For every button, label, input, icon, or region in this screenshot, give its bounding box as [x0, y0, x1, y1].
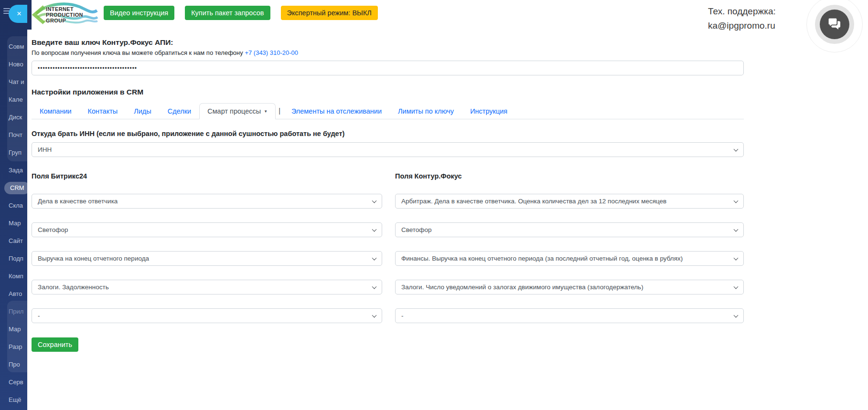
- kontur-fields-header: Поля Контур.Фокус: [395, 172, 744, 180]
- save-button[interactable]: Сохранить: [32, 337, 78, 352]
- sidebar-item[interactable]: Про: [0, 356, 27, 373]
- kontur-field-select-wrap: Светофор: [395, 222, 744, 237]
- api-key-input[interactable]: [32, 61, 744, 75]
- chat-widget-button[interactable]: [806, 0, 863, 53]
- sidebar-item[interactable]: Авто: [0, 285, 27, 303]
- tab-deals[interactable]: Сделки: [160, 103, 199, 119]
- sidebar-item[interactable]: Комп: [0, 267, 27, 285]
- bitrix-field-select-wrap: Светофор: [32, 222, 382, 237]
- kontur-field-select[interactable]: -: [395, 308, 744, 323]
- bitrix-field-select-wrap: -: [32, 308, 382, 323]
- crm-settings-title: Настройки приложения в CRM: [32, 88, 744, 96]
- sidebar-item[interactable]: Кале: [0, 91, 27, 108]
- inn-source-select[interactable]: ИНН: [32, 142, 744, 157]
- sidebar-item[interactable]: Совм: [0, 38, 27, 55]
- bitrix-field-select[interactable]: Дела в качестве ответчика: [32, 194, 382, 209]
- tab-smart-processes[interactable]: Смарт процессы▼: [199, 103, 276, 119]
- kontur-field-select-wrap: Залоги. Число уведомлений о залогах движ…: [395, 280, 744, 294]
- sidebar-item[interactable]: Серв: [0, 373, 27, 391]
- kontur-field-select-wrap: -: [395, 308, 744, 323]
- bitrix-field-select-wrap: Выручка на конец отчетного периода: [32, 251, 382, 266]
- app-content: INTERNET PRODUCTION GROUP Видео инструкц…: [27, 0, 868, 410]
- bitrix-field-select[interactable]: Залоги. Задолженность: [32, 280, 382, 294]
- bitrix-field-select[interactable]: Выручка на конец отчетного периода: [32, 251, 382, 266]
- inn-source-select-wrap: ИНН: [32, 142, 744, 157]
- sidebar-item[interactable]: Почт: [0, 126, 27, 144]
- sidebar-item[interactable]: Мар: [0, 320, 27, 338]
- sidebar-item[interactable]: Скла: [0, 197, 27, 214]
- tab-companies[interactable]: Компании: [32, 103, 80, 119]
- crm-tabs: Компании Контакты Лиды Сделки Смарт проц…: [32, 103, 744, 119]
- tab-separator: |: [276, 103, 283, 119]
- inn-source-label: Откуда брать ИНН (если не выбрано, прило…: [32, 130, 744, 137]
- sidebar-item[interactable]: Разр: [0, 338, 27, 356]
- sidebar-menu: Совм Ново Чат и Кале Диск Почт Груп Зада…: [0, 38, 27, 409]
- sidebar-item[interactable]: Подп: [0, 250, 27, 267]
- bitrix-field-select-wrap: Дела в качестве ответчика: [32, 194, 382, 209]
- sidebar-item[interactable]: Диск: [0, 108, 27, 126]
- field-mapping-grid: Поля Битрикс24 Поля Контур.Фокус Дела в …: [32, 172, 744, 323]
- tab-instruction[interactable]: Инструкция: [462, 103, 515, 119]
- api-key-note: По вопросам получения ключа вы можете об…: [32, 49, 744, 56]
- chat-bubbles-icon: [827, 17, 842, 32]
- sidebar-item[interactable]: Груп: [0, 144, 27, 161]
- support-phone-link[interactable]: +7 (343) 310-20-00: [245, 49, 298, 56]
- bitrix-field-select[interactable]: -: [32, 308, 382, 323]
- sidebar-item[interactable]: Мар: [0, 214, 27, 232]
- close-app-button[interactable]: ×: [9, 5, 27, 23]
- kontur-field-select[interactable]: Арбитраж. Дела в качестве ответчика. Оце…: [395, 194, 744, 209]
- sidebar-item-crm[interactable]: CRM: [0, 179, 27, 197]
- tab-key-limits[interactable]: Лимиты по ключу: [390, 103, 462, 119]
- sidebar-item[interactable]: Ещё: [0, 391, 27, 409]
- kontur-field-select[interactable]: Финансы. Выручка на конец отчетного пери…: [395, 251, 744, 266]
- sidebar-item[interactable]: Зада: [0, 161, 27, 179]
- tab-contacts[interactable]: Контакты: [80, 103, 126, 119]
- kontur-field-select-wrap: Финансы. Выручка на конец отчетного пери…: [395, 251, 744, 266]
- sidebar-item[interactable]: Чат и: [0, 73, 27, 91]
- tab-tracked-elements[interactable]: Элементы на отслеживании: [283, 103, 390, 119]
- bitrix-field-select-wrap: Залоги. Задолженность: [32, 280, 382, 294]
- bitrix-fields-header: Поля Битрикс24: [32, 172, 382, 180]
- settings-page: Введите ваш ключ Контур.Фокус АПИ: По во…: [32, 0, 744, 371]
- kontur-field-select-wrap: Арбитраж. Дела в качестве ответчика. Оце…: [395, 194, 744, 209]
- kontur-field-select[interactable]: Залоги. Число уведомлений о залогах движ…: [395, 280, 744, 294]
- kontur-field-select[interactable]: Светофор: [395, 222, 744, 237]
- sidebar-header-notch: [27, 0, 32, 30]
- tab-leads[interactable]: Лиды: [126, 103, 160, 119]
- caret-down-icon: ▼: [264, 109, 268, 114]
- close-icon: ×: [17, 9, 21, 18]
- sidebar-item[interactable]: Ново: [0, 55, 27, 73]
- sidebar-item[interactable]: Сайт: [0, 232, 27, 250]
- api-key-label: Введите ваш ключ Контур.Фокус АПИ:: [32, 0, 744, 47]
- bitrix-sidebar: × Совм Ново Чат и Кале Диск Почт Груп За…: [0, 0, 27, 410]
- sidebar-item[interactable]: Прил: [0, 303, 27, 320]
- bitrix-field-select[interactable]: Светофор: [32, 222, 382, 237]
